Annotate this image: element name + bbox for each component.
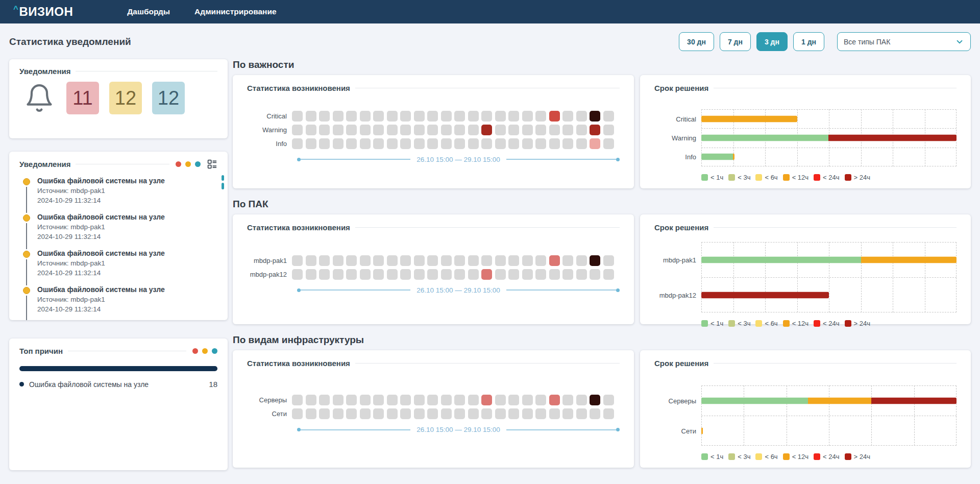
heatmap-cell[interactable] [373,111,384,122]
heatmap-cell[interactable] [360,408,371,419]
period-button[interactable]: 1 дн [793,32,824,51]
heatmap-cell[interactable] [508,138,519,149]
heatmap-cell[interactable] [562,269,573,280]
heatmap-cell[interactable] [387,395,398,405]
heatmap-cell[interactable] [576,111,587,122]
status-dot[interactable] [195,161,201,167]
heatmap-cell[interactable] [468,395,479,405]
heatmap-cell[interactable] [427,138,438,149]
heatmap-cell[interactable] [427,255,438,266]
heatmap-cell[interactable] [508,269,519,280]
heatmap-cell[interactable] [306,395,316,405]
heatmap-cell[interactable] [360,138,371,149]
heatmap-cell[interactable] [414,395,425,405]
heatmap-cell[interactable] [360,395,371,405]
heatmap-cell[interactable] [576,408,587,419]
heatmap-cell[interactable] [360,111,371,122]
heatmap-cell[interactable] [346,111,357,122]
notification-item[interactable]: Ошибка файловой системы на узлеИсточник:… [22,213,217,249]
heatmap-cell[interactable] [562,255,573,266]
heatmap-cell[interactable] [414,111,425,122]
heatmap-cell[interactable] [319,138,330,149]
heatmap-cell[interactable] [603,408,614,419]
heatmap-cell[interactable] [549,138,560,149]
heatmap-cell[interactable] [333,255,344,266]
heatmap-cell[interactable] [603,255,614,266]
heatmap-cell[interactable] [414,125,425,135]
heatmap-cell[interactable] [454,269,465,280]
heatmap-cell[interactable] [400,408,411,419]
heatmap-cell[interactable] [427,125,438,135]
heatmap-cell[interactable] [562,138,573,149]
heatmap-cell[interactable] [590,255,600,266]
heatmap-cell[interactable] [590,138,600,149]
heatmap-cell[interactable] [441,255,452,266]
heatmap-cell[interactable] [603,138,614,149]
heatmap-cell[interactable] [522,269,533,280]
heatmap-cell[interactable] [292,395,303,405]
heatmap-cell[interactable] [468,255,479,266]
heatmap-cell[interactable] [481,269,492,280]
heatmap-cell[interactable] [481,111,492,122]
heatmap-cell[interactable] [454,138,465,149]
heatmap-cell[interactable] [535,138,546,149]
heatmap-cell[interactable] [387,111,398,122]
heatmap-cell[interactable] [400,395,411,405]
heatmap-cell[interactable] [535,395,546,405]
heatmap-cell[interactable] [373,255,384,266]
heatmap-cell[interactable] [441,111,452,122]
heatmap-cell[interactable] [333,408,344,419]
heatmap-cell[interactable] [495,255,506,266]
heatmap-cell[interactable] [387,125,398,135]
period-button[interactable]: 3 дн [756,32,788,51]
heatmap-cell[interactable] [387,255,398,266]
notification-item[interactable]: Ошибка файловой системы на узлеИсточник:… [22,177,217,213]
bar[interactable] [701,256,957,263]
pak-type-select[interactable]: Все типы ПАК [837,32,971,51]
heatmap-cell[interactable] [292,408,303,419]
heatmap-cell[interactable] [549,125,560,135]
heatmap-cell[interactable] [292,255,303,266]
heatmap-cell[interactable] [400,125,411,135]
heatmap-cell[interactable] [414,255,425,266]
nav-item-Администрирование[interactable]: Администрирование [194,7,277,16]
heatmap-cell[interactable] [549,395,560,405]
status-dot[interactable] [185,161,191,167]
heatmap-cell[interactable] [481,395,492,405]
heatmap-cell[interactable] [468,269,479,280]
heatmap-cell[interactable] [454,125,465,135]
period-button[interactable]: 30 дн [679,32,714,51]
heatmap-cell[interactable] [549,408,560,419]
heatmap-cell[interactable] [360,255,371,266]
heatmap-cell[interactable] [427,111,438,122]
heatmap-cell[interactable] [346,395,357,405]
bar[interactable] [701,427,703,434]
heatmap-cell[interactable] [590,269,600,280]
heatmap-cell[interactable] [387,138,398,149]
scrollbar-thumb[interactable] [222,183,224,189]
heatmap-cell[interactable] [522,111,533,122]
heatmap-cell[interactable] [590,408,600,419]
status-dot[interactable] [212,348,217,354]
heatmap-cell[interactable] [535,408,546,419]
heatmap-cell[interactable] [360,269,371,280]
heatmap-cell[interactable] [562,395,573,405]
heatmap-cell[interactable] [387,269,398,280]
heatmap-cell[interactable] [427,269,438,280]
heatmap-cell[interactable] [333,111,344,122]
heatmap-cell[interactable] [306,125,316,135]
heatmap-cell[interactable] [346,138,357,149]
bar[interactable] [701,397,957,404]
heatmap-cell[interactable] [468,138,479,149]
bar[interactable] [701,154,734,160]
heatmap-cell[interactable] [549,111,560,122]
heatmap-cell[interactable] [441,395,452,405]
heatmap-cell[interactable] [522,138,533,149]
heatmap-cell[interactable] [549,255,560,266]
heatmap-cell[interactable] [319,125,330,135]
heatmap-cell[interactable] [562,111,573,122]
heatmap-cell[interactable] [373,138,384,149]
heatmap-cell[interactable] [535,111,546,122]
heatmap-cell[interactable] [454,395,465,405]
heatmap-cell[interactable] [292,111,303,122]
